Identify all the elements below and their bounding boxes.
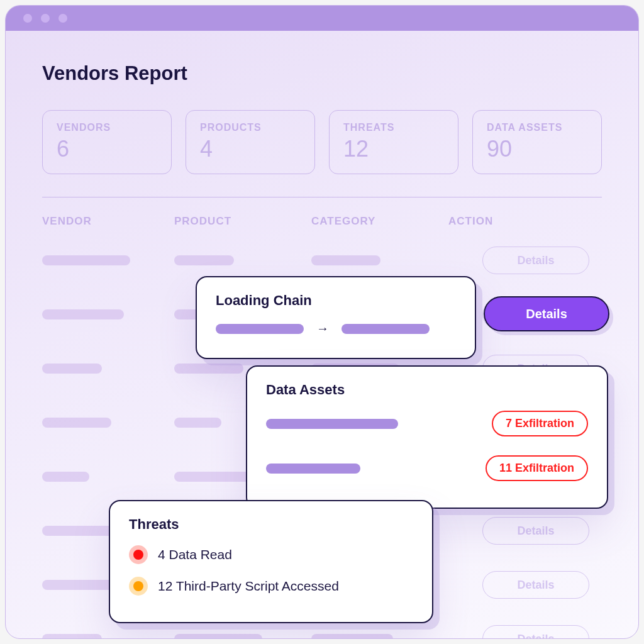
stat-value: 12 (343, 136, 444, 162)
card-title: Loading Chain (216, 292, 456, 309)
exfiltration-badge[interactable]: 11 Exfiltration (486, 455, 588, 481)
threat-severity-icon (129, 545, 148, 564)
stat-card-vendors[interactable]: VENDORS 6 (42, 110, 172, 174)
window-control-dot[interactable] (41, 14, 50, 23)
stats-row: VENDORS 6 PRODUCTS 4 THREATS 12 DATA ASS… (42, 110, 602, 174)
th-category: CATEGORY (311, 215, 448, 228)
table-row: Details (42, 625, 602, 639)
stat-card-threats[interactable]: THREATS 12 (329, 110, 458, 174)
asset-row: 7 Exfiltration (266, 411, 588, 436)
stat-label: VENDORS (57, 122, 157, 133)
data-assets-card: Data Assets 7 Exfiltration 11 Exfiltrati… (246, 365, 608, 509)
window-control-dot[interactable] (23, 14, 32, 23)
asset-item (266, 419, 398, 429)
stat-value: 6 (57, 136, 157, 162)
th-action: ACTION (448, 215, 602, 228)
stat-label: PRODUCTS (200, 122, 301, 133)
stat-card-products[interactable]: PRODUCTS 4 (186, 110, 315, 174)
skeleton (42, 634, 102, 639)
stat-label: THREATS (343, 122, 444, 133)
window-control-dot[interactable] (58, 14, 67, 23)
titlebar (6, 6, 638, 31)
skeleton (174, 364, 243, 374)
details-button[interactable]: Details (482, 517, 589, 545)
stat-card-data-assets[interactable]: DATA ASSETS 90 (472, 110, 602, 174)
asset-row: 11 Exfiltration (266, 455, 588, 481)
skeleton (174, 255, 234, 265)
threat-row: 4 Data Read (129, 545, 413, 564)
divider (42, 197, 602, 197)
threat-row: 12 Third-Party Script Accessed (129, 577, 413, 596)
skeleton (174, 472, 256, 482)
skeleton (311, 634, 393, 639)
card-title: Threats (129, 516, 413, 533)
details-button-active[interactable]: Details (484, 296, 609, 331)
th-product: PRODUCT (174, 215, 311, 228)
threat-text: 12 Third-Party Script Accessed (158, 579, 339, 594)
skeleton (42, 309, 124, 319)
details-button[interactable]: Details (482, 247, 589, 274)
table-row: Details (42, 247, 602, 274)
skeleton (174, 418, 221, 428)
th-vendor: VENDOR (42, 215, 174, 228)
arrow-right-icon: → (316, 321, 329, 336)
stat-label: DATA ASSETS (487, 122, 587, 133)
skeleton (311, 255, 380, 265)
chain-item (216, 324, 304, 334)
stat-value: 4 (200, 136, 301, 162)
skeleton (174, 634, 262, 639)
threats-card: Threats 4 Data Read 12 Third-Party Scrip… (109, 500, 433, 623)
details-button[interactable]: Details (482, 571, 589, 599)
threat-severity-icon (129, 577, 148, 596)
threat-text: 4 Data Read (158, 547, 232, 562)
skeleton (42, 472, 89, 482)
loading-chain-card: Loading Chain → (196, 276, 476, 359)
skeleton (42, 255, 130, 265)
app-window: Vendors Report VENDORS 6 PRODUCTS 4 THRE… (5, 5, 639, 639)
skeleton (42, 364, 102, 374)
chain-item (341, 324, 430, 334)
chain-row: → (216, 321, 456, 336)
exfiltration-badge[interactable]: 7 Exfiltration (492, 411, 588, 436)
table-header: VENDOR PRODUCT CATEGORY ACTION (42, 215, 602, 228)
page-title: Vendors Report (42, 62, 602, 85)
skeleton (42, 418, 111, 428)
details-button[interactable]: Details (482, 625, 589, 639)
asset-item (266, 464, 360, 474)
card-title: Data Assets (266, 382, 588, 398)
stat-value: 90 (487, 136, 587, 162)
